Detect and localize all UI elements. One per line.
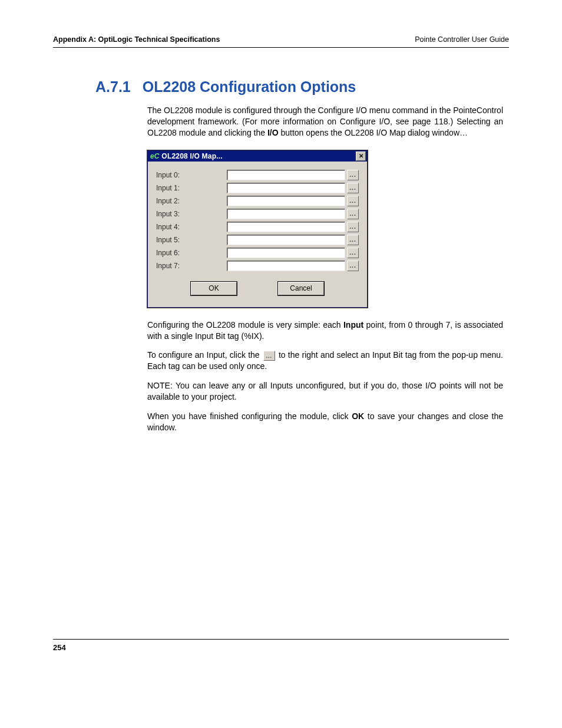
input-field-3[interactable]	[227, 209, 345, 219]
input-label-3: Input 3:	[156, 210, 227, 218]
ellipsis-button-0[interactable]: ...	[347, 170, 359, 180]
inline-ellipsis-icon: ...	[263, 351, 275, 361]
input-row-2: Input 2: ...	[156, 196, 359, 206]
paragraph-3: To configure an Input, click the ... to …	[147, 350, 503, 372]
dialog-titlebar: eC OL2208 I/O Map... ✕	[148, 151, 367, 162]
ellipsis-button-7[interactable]: ...	[347, 261, 359, 271]
input-label-5: Input 5:	[156, 236, 227, 244]
paragraph-5: When you have finished configuring the m…	[147, 411, 503, 433]
input-field-5[interactable]	[227, 235, 345, 245]
footer-rule	[53, 639, 509, 640]
header-right: Pointe Controller User Guide	[415, 35, 509, 44]
page-header: Appendix A: OptiLogic Technical Specific…	[53, 35, 509, 48]
input-label-2: Input 2:	[156, 197, 227, 205]
dialog-body: Input 0: ... Input 1: ... Input 2: ... I…	[148, 162, 367, 307]
dialog-logo-icon: eC	[150, 152, 159, 160]
input-row-6: Input 6: ...	[156, 248, 359, 258]
input-row-7: Input 7: ...	[156, 261, 359, 271]
input-row-1: Input 1: ...	[156, 183, 359, 193]
paragraph-2: Configuring the OL2208 module is very si…	[147, 319, 503, 342]
section-number: A.7.1	[95, 78, 131, 95]
input-label-7: Input 7:	[156, 262, 227, 270]
io-map-dialog: eC OL2208 I/O Map... ✕ Input 0: ... Inpu…	[147, 150, 368, 308]
input-field-0[interactable]	[227, 170, 345, 180]
input-row-0: Input 0: ...	[156, 170, 359, 180]
paragraph-1: The OL2208 module is configured through …	[147, 105, 503, 139]
input-label-1: Input 1:	[156, 184, 227, 192]
ellipsis-button-2[interactable]: ...	[347, 196, 359, 206]
cancel-button[interactable]: Cancel	[278, 282, 324, 295]
ok-button[interactable]: OK	[191, 282, 237, 295]
input-field-2[interactable]	[227, 196, 345, 206]
ellipsis-button-5[interactable]: ...	[347, 235, 359, 245]
input-field-6[interactable]	[227, 248, 345, 258]
section-heading: A.7.1OL2208 Configuration Options	[95, 78, 509, 95]
input-row-5: Input 5: ...	[156, 235, 359, 245]
dialog-button-row: OK Cancel	[156, 274, 359, 301]
section-title: OL2208 Configuration Options	[143, 78, 356, 95]
page-number: 254	[53, 643, 66, 652]
input-label-6: Input 6:	[156, 249, 227, 257]
input-label-4: Input 4:	[156, 223, 227, 231]
dialog-title: OL2208 I/O Map...	[161, 152, 356, 160]
ellipsis-button-4[interactable]: ...	[347, 222, 359, 232]
input-label-0: Input 0:	[156, 171, 227, 179]
input-row-3: Input 3: ...	[156, 209, 359, 219]
close-icon[interactable]: ✕	[356, 151, 366, 161]
input-field-7[interactable]	[227, 261, 345, 271]
input-field-4[interactable]	[227, 222, 345, 232]
input-row-4: Input 4: ...	[156, 222, 359, 232]
input-field-1[interactable]	[227, 183, 345, 193]
ellipsis-button-6[interactable]: ...	[347, 248, 359, 258]
ellipsis-button-1[interactable]: ...	[347, 183, 359, 193]
paragraph-4: NOTE: You can leave any or all Inputs un…	[147, 380, 503, 403]
ellipsis-button-3[interactable]: ...	[347, 209, 359, 219]
header-left: Appendix A: OptiLogic Technical Specific…	[53, 35, 220, 44]
